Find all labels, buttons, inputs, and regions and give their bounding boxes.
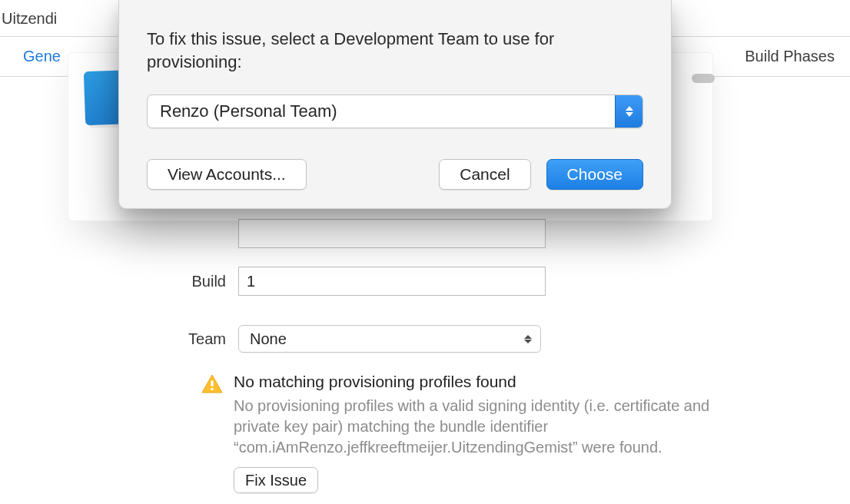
scroll-thumb[interactable] bbox=[692, 74, 715, 83]
dialog-buttons: View Accounts... Cancel Choose bbox=[147, 159, 643, 190]
build-label: Build bbox=[138, 273, 238, 290]
svg-rect-0 bbox=[211, 380, 213, 386]
team-row: Team None bbox=[138, 325, 850, 353]
provisioning-warning: No matching provisioning profiles found … bbox=[201, 373, 755, 493]
version-row: Version bbox=[138, 219, 850, 248]
view-accounts-label: View Accounts... bbox=[168, 165, 286, 184]
development-team-value: Renzo (Personal Team) bbox=[160, 101, 337, 121]
version-input[interactable] bbox=[238, 219, 546, 248]
warning-triangle-icon bbox=[201, 374, 223, 493]
choose-button[interactable]: Choose bbox=[546, 159, 643, 190]
build-input[interactable] bbox=[238, 267, 546, 296]
team-select-value: None bbox=[250, 330, 287, 348]
chevron-updown-icon bbox=[523, 335, 533, 343]
team-label: Team bbox=[138, 330, 238, 348]
dialog-message: To fix this issue, select a Development … bbox=[147, 28, 643, 73]
tab-build-phases[interactable]: Build Phases bbox=[737, 40, 842, 73]
cancel-label: Cancel bbox=[460, 165, 510, 184]
project-name: Uitzendi bbox=[0, 2, 66, 34]
choose-label: Choose bbox=[567, 165, 623, 184]
warning-body: No provisioning profiles with a valid si… bbox=[234, 396, 755, 458]
team-select[interactable]: None bbox=[238, 325, 541, 353]
development-team-select[interactable]: Renzo (Personal Team) bbox=[147, 94, 643, 128]
svg-point-1 bbox=[211, 388, 214, 391]
cancel-button[interactable]: Cancel bbox=[439, 159, 530, 190]
warning-text: No matching provisioning profiles found … bbox=[234, 373, 755, 493]
warning-title: No matching provisioning profiles found bbox=[234, 373, 755, 391]
build-row: Build bbox=[138, 267, 850, 296]
fix-issue-dialog: To fix this issue, select a Development … bbox=[118, 0, 672, 209]
tab-general[interactable]: Gene bbox=[15, 40, 68, 73]
fix-issue-label: Fix Issue bbox=[245, 472, 307, 489]
view-accounts-button[interactable]: View Accounts... bbox=[147, 159, 307, 190]
chevron-updown-icon bbox=[615, 95, 642, 128]
fix-issue-button[interactable]: Fix Issue bbox=[234, 467, 318, 493]
identity-form: B Version Build Team None No matching pr… bbox=[0, 175, 850, 493]
